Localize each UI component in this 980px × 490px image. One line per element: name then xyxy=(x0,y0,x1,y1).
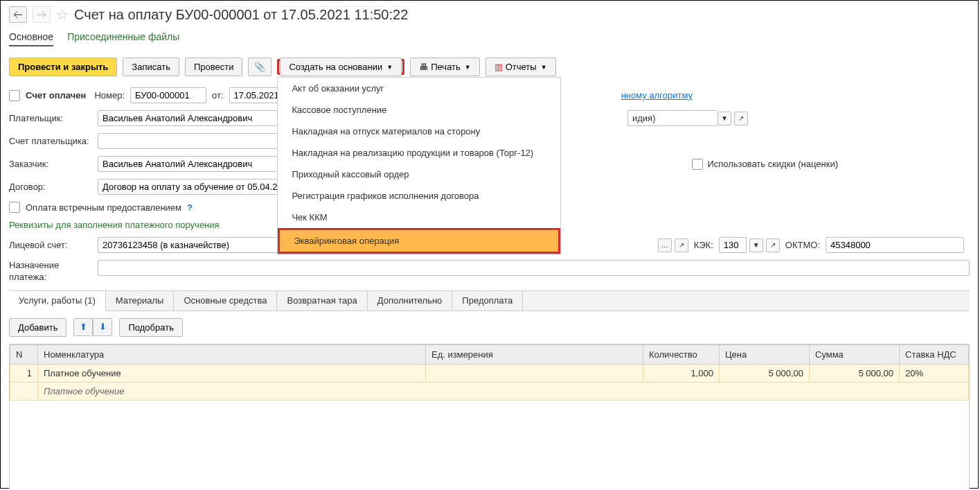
from-label: от: xyxy=(212,90,224,100)
cell-desc: Платное обучение xyxy=(38,382,969,400)
page-title: Счет на оплату БУ00-000001 от 17.05.2021… xyxy=(74,7,408,23)
move-down-button[interactable]: ⬇ xyxy=(93,318,112,336)
post-and-close-button[interactable]: Провести и закрыть xyxy=(9,58,117,76)
oktmo-input[interactable] xyxy=(826,237,964,253)
th-qty: Количество xyxy=(643,344,720,364)
dropdown-item[interactable]: Кассовое поступление xyxy=(278,99,560,121)
cell-price: 5 000,00 xyxy=(720,364,810,382)
dropdown-item[interactable]: Чек ККМ xyxy=(278,207,560,228)
create-based-button[interactable]: Создать на основании ▼ xyxy=(280,58,402,76)
caret-down-icon: ▼ xyxy=(465,64,471,71)
open-dialog-icon[interactable]: ↗ xyxy=(766,238,780,252)
counter-payment-checkbox[interactable] xyxy=(9,202,20,213)
move-up-button[interactable]: ⬆ xyxy=(73,318,93,336)
tab-assets[interactable]: Основные средства xyxy=(174,291,277,310)
th-vat: Ставка НДС xyxy=(900,344,969,364)
dropdown-item[interactable]: Регистрация графиков исполнения договора xyxy=(278,185,560,207)
paid-checkbox[interactable] xyxy=(9,90,20,101)
tab-materials[interactable]: Материалы xyxy=(106,291,175,310)
tab-services[interactable]: Услуги, работы (1) xyxy=(9,291,106,311)
table-row[interactable]: 1 Платное обучение 1,000 5 000,00 5 000,… xyxy=(10,364,969,382)
th-unit: Ед. измерения xyxy=(426,344,643,364)
dropdown-item[interactable]: Накладная на отпуск материалов на сторон… xyxy=(278,121,560,142)
customer-label: Заказчик: xyxy=(9,159,92,169)
dropdown-caret-icon[interactable]: ▼ xyxy=(718,112,731,125)
payer-account-label: Счет плательщика: xyxy=(9,136,92,146)
kek-label: КЭК: xyxy=(694,240,713,250)
subnav-attached-files[interactable]: Присоединенные файлы xyxy=(67,31,179,46)
cell-qty: 1,000 xyxy=(643,364,720,382)
dropdown-item[interactable]: Накладная на реализацию продукции и това… xyxy=(278,142,560,164)
kek-input[interactable] xyxy=(719,237,747,253)
personal-account-label: Лицевой счет: xyxy=(9,240,92,250)
dropdown-item-acquiring[interactable]: Эквайринговая операция xyxy=(280,230,558,252)
attach-button[interactable]: 📎 xyxy=(248,58,271,76)
dropdown-highlight: Эквайринговая операция xyxy=(278,228,560,254)
discounts-checkbox[interactable] xyxy=(692,159,703,170)
save-button[interactable]: Записать xyxy=(123,58,179,76)
favorite-star-icon[interactable]: ☆ xyxy=(56,6,69,23)
number-input[interactable] xyxy=(130,87,206,103)
payer-suffix-field[interactable]: идия) xyxy=(627,110,718,126)
cell-name: Платное обучение xyxy=(38,364,426,382)
th-n: N xyxy=(10,344,38,364)
dropdown-caret-icon[interactable]: ▼ xyxy=(749,238,763,252)
arrow-up-icon: ⬆ xyxy=(80,322,87,332)
cell-sum: 5 000,00 xyxy=(810,364,900,382)
create-based-highlight: Создать на основании ▼ xyxy=(277,59,404,75)
algorithm-link[interactable]: нному алгоритму xyxy=(621,90,693,100)
caret-down-icon: ▼ xyxy=(541,64,547,71)
th-nomenclature: Номенклатура xyxy=(38,344,426,364)
create-based-dropdown: Акт об оказании услуг Кассовое поступлен… xyxy=(277,77,561,254)
caret-down-icon: ▼ xyxy=(386,64,393,71)
cell-unit xyxy=(426,364,643,382)
paperclip-icon: 📎 xyxy=(254,62,265,72)
print-button[interactable]: 🖶 Печать ▼ xyxy=(410,58,480,76)
add-row-button[interactable]: Добавить xyxy=(9,318,66,337)
purpose-input[interactable] xyxy=(98,260,970,276)
open-dialog-icon[interactable]: ↗ xyxy=(734,112,748,125)
ellipsis-icon[interactable]: … xyxy=(658,238,672,252)
chart-icon: ▥ xyxy=(495,62,503,72)
tab-return-packaging[interactable]: Возвратная тара xyxy=(277,291,367,310)
tab-additional[interactable]: Дополнительно xyxy=(368,291,453,310)
cell-vat: 20% xyxy=(900,364,969,382)
dropdown-item[interactable]: Приходный кассовый ордер xyxy=(278,164,560,185)
number-label: Номер: xyxy=(94,90,125,100)
subnav-main[interactable]: Основное xyxy=(9,31,53,46)
dropdown-item[interactable]: Акт об оказании услуг xyxy=(278,78,560,99)
tab-prepayment[interactable]: Предоплата xyxy=(452,291,523,310)
printer-icon: 🖶 xyxy=(419,62,428,72)
nav-forward-button[interactable]: 🡢 xyxy=(33,6,51,23)
payer-label: Плательщик: xyxy=(9,113,92,123)
oktmo-label: ОКТМО: xyxy=(785,240,820,250)
help-icon[interactable]: ? xyxy=(187,202,193,213)
post-button[interactable]: Провести xyxy=(185,58,243,76)
services-table: N Номенклатура Ед. измерения Количество … xyxy=(10,344,969,401)
reports-button[interactable]: ▥ Отчеты ▼ xyxy=(485,58,556,76)
table-row-desc[interactable]: Платное обучение xyxy=(10,382,969,400)
requisites-link[interactable]: Реквизиты для заполнения платежного пору… xyxy=(9,220,220,230)
select-button[interactable]: Подобрать xyxy=(119,318,182,337)
nav-back-button[interactable]: 🡠 xyxy=(9,6,27,23)
arrow-down-icon: ⬇ xyxy=(99,322,107,332)
contract-label: Договор: xyxy=(9,182,92,192)
paid-label: Счет оплачен xyxy=(26,90,86,100)
discounts-label: Использовать скидки (наценки) xyxy=(707,159,838,169)
tab-strip: Услуги, работы (1) Материалы Основные ср… xyxy=(9,290,970,311)
counter-payment-label: Оплата встречным предоставлением xyxy=(26,202,181,213)
open-dialog-icon[interactable]: ↗ xyxy=(675,238,688,252)
th-sum: Сумма xyxy=(810,344,900,364)
th-price: Цена xyxy=(720,344,810,364)
cell-n: 1 xyxy=(10,364,38,382)
purpose-label: Назначение платежа: xyxy=(9,260,92,283)
